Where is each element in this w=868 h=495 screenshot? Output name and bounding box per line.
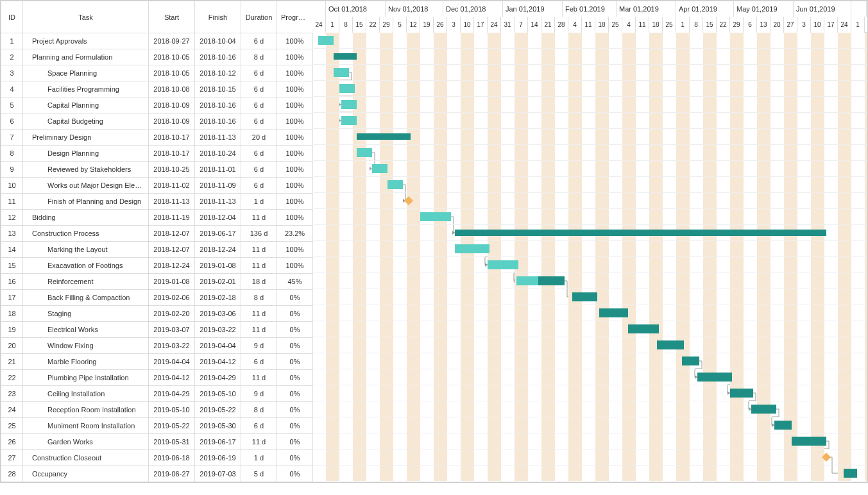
col-header-duration[interactable]: Duration (241, 1, 277, 33)
table-row[interactable]: 7Preliminary Design2018-10-172018-11-132… (1, 130, 313, 146)
task-bar[interactable] (628, 324, 659, 333)
table-row[interactable]: 5Capital Planning2018-10-092018-10-166 d… (1, 97, 313, 113)
table-row[interactable]: 27Construction Closeout2019-06-182019-06… (1, 450, 313, 466)
month-header (851, 1, 867, 17)
table-row[interactable]: 8Design Planning2018-10-172018-10-246 d1… (1, 146, 313, 162)
cell-finish: 2019-04-12 (195, 354, 241, 370)
task-bar[interactable] (774, 421, 792, 430)
task-bar[interactable] (599, 308, 628, 317)
cell-finish: 2018-12-04 (195, 210, 241, 226)
task-bar[interactable] (357, 148, 372, 157)
table-row[interactable]: 16Reinforcement2019-01-082019-02-0118 d4… (1, 274, 313, 290)
table-row[interactable]: 21Marble Flooring2019-04-042019-04-126 d… (1, 354, 313, 370)
milestone-marker[interactable] (404, 196, 413, 205)
cell-progress: 100% (277, 33, 313, 49)
task-bar[interactable] (657, 340, 684, 349)
task-bar[interactable] (341, 116, 357, 125)
cell-progress: 0% (277, 306, 313, 322)
month-header: Apr 01,2019 (676, 1, 734, 17)
table-row[interactable]: 2Planning and Formulation2018-10-052018-… (1, 49, 313, 65)
task-bar[interactable] (697, 373, 732, 382)
table-row[interactable]: 1Project Approvals2018-09-272018-10-046 … (1, 33, 313, 49)
gantt-row (312, 305, 867, 321)
day-header: 4 (568, 17, 582, 33)
milestone-marker[interactable] (822, 453, 831, 462)
table-row[interactable]: 9Reviewed by Stakeholders2018-10-252018-… (1, 162, 313, 178)
task-bar[interactable] (420, 212, 451, 221)
cell-duration: 6 d (241, 178, 277, 194)
day-header: 13 (757, 17, 770, 33)
summary-bar[interactable] (357, 133, 411, 140)
summary-bar[interactable] (455, 230, 826, 236)
day-header: 24 (838, 17, 851, 33)
gantt-row (312, 193, 867, 209)
day-header: 25 (609, 17, 622, 33)
table-row[interactable]: 3Space Planning2018-10-052018-10-126 d10… (1, 65, 313, 81)
task-bar[interactable] (572, 292, 597, 301)
cell-finish: 2019-05-30 (195, 418, 241, 434)
day-header: 28 (555, 17, 568, 33)
cell-duration: 11 d (241, 434, 277, 450)
cell-task: Plumbing Pipe Installation (23, 370, 149, 386)
cell-progress: 23.2% (277, 226, 313, 242)
summary-bar[interactable] (334, 53, 357, 60)
task-bar[interactable] (455, 244, 489, 253)
table-row[interactable]: 24Reception Room Installation2019-05-102… (1, 402, 313, 418)
col-header-progress[interactable]: Progress (277, 1, 313, 33)
table-row[interactable]: 26Garden Works2019-05-312019-06-1711 d0% (1, 434, 313, 450)
day-header: 1 (676, 17, 690, 33)
cell-id: 24 (1, 402, 23, 418)
day-header: 18 (595, 17, 609, 33)
task-bar[interactable] (387, 180, 403, 189)
table-row[interactable]: 10Works out Major Design Elements2018-11… (1, 178, 313, 194)
task-bar[interactable] (341, 100, 357, 109)
table-row[interactable]: 20Window Fixing2019-03-222019-04-049 d0% (1, 338, 313, 354)
day-header: 17 (824, 17, 838, 33)
table-row[interactable]: 11Finish of Planning and Design2018-11-1… (1, 194, 313, 210)
task-bar[interactable] (730, 389, 753, 398)
cell-task: Finish of Planning and Design (23, 194, 149, 210)
progress-fill (372, 164, 387, 173)
cell-id: 8 (1, 146, 23, 162)
timeline-pane[interactable]: Oct 01,2018Nov 01,2018Dec 01,2018Jan 01,… (312, 1, 867, 482)
table-row[interactable]: 25Muniment Room Installation2019-05-2220… (1, 418, 313, 434)
col-header-start[interactable]: Start (149, 1, 195, 33)
col-header-finish[interactable]: Finish (195, 1, 241, 33)
table-row[interactable]: 6Capital Budgeting2018-10-092018-10-166 … (1, 113, 313, 130)
gantt-row (312, 177, 867, 193)
progress-fill (455, 244, 489, 253)
task-bar[interactable] (844, 469, 857, 478)
task-bar[interactable] (751, 405, 776, 414)
table-row[interactable]: 17Back Filling & Compaction2019-02-06201… (1, 290, 313, 306)
task-bar[interactable] (334, 68, 349, 77)
cell-task: Ceiling Installation (23, 386, 149, 402)
table-header-row: ID Task Start Finish Duration Progress (1, 1, 313, 33)
cell-task: Facilities Programming (23, 81, 149, 97)
table-row[interactable]: 23Ceiling Installation2019-04-292019-05-… (1, 386, 313, 402)
table-row[interactable]: 13Construction Process2018-12-072019-06-… (1, 226, 313, 242)
cell-duration: 11 d (241, 210, 277, 226)
col-header-id[interactable]: ID (1, 1, 23, 33)
cell-id: 6 (1, 113, 23, 130)
table-row[interactable]: 18Staging2019-02-202019-03-0611 d0% (1, 306, 313, 322)
task-bar[interactable] (488, 260, 518, 269)
table-row[interactable]: 19Electrical Works2019-03-072019-03-2211… (1, 322, 313, 338)
cell-id: 23 (1, 386, 23, 402)
task-bar[interactable] (682, 357, 699, 365)
gantt-row (312, 369, 867, 385)
col-header-task[interactable]: Task (23, 1, 149, 33)
table-row[interactable]: 4Facilities Programming2018-10-082018-10… (1, 81, 313, 97)
cell-task: Design Planning (23, 146, 149, 162)
task-bar[interactable] (516, 276, 565, 285)
task-bar[interactable] (792, 437, 826, 446)
month-header: Jan 01,2019 (503, 1, 563, 17)
table-row[interactable]: 28Occupancy2019-06-272019-07-035 d0% (1, 466, 313, 482)
task-bar[interactable] (339, 84, 355, 93)
task-bar[interactable] (372, 164, 387, 173)
table-row[interactable]: 15Exacavation of Footings2018-12-242019-… (1, 258, 313, 274)
table-row[interactable]: 22Plumbing Pipe Installation2019-04-1220… (1, 370, 313, 386)
table-row[interactable]: 12Bidding2018-11-192018-12-0411 d100% (1, 210, 313, 226)
cell-progress: 0% (277, 370, 313, 386)
task-bar[interactable] (318, 36, 334, 45)
table-row[interactable]: 14Marking the Layout2018-12-072018-12-24… (1, 242, 313, 258)
